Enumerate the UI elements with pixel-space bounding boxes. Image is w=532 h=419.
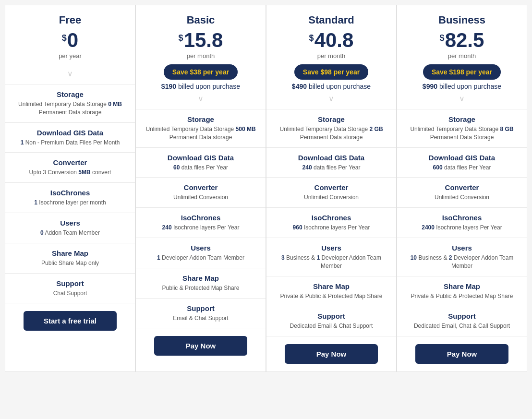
feature-title-free-3: IsoChrones [12, 189, 128, 197]
plan-footer-business: Pay Now [397, 336, 527, 371]
price-period-free: per year [10, 52, 130, 60]
feature-section-standard-6: SupportDedicated Email & Chat Support [266, 306, 396, 336]
feature-title-basic-5: Share Map [143, 274, 259, 282]
feature-desc-basic-4: 1 Developer Addon Team Member [143, 254, 259, 262]
price-period-standard: per month [271, 52, 391, 60]
price-row-free: $0 [10, 30, 130, 50]
feature-section-basic-0: StorageUnlimited Temporary Data Storage … [136, 109, 266, 148]
plan-column-basic: Basic$15.8per monthSave $38 per year$190… [135, 5, 266, 372]
price-row-standard: $40.8 [271, 30, 391, 50]
price-currency-free: $ [62, 33, 67, 43]
feature-title-free-5: Share Map [12, 249, 128, 257]
feature-desc-basic-2: Unlimited Conversion [143, 193, 259, 202]
feature-desc-business-1: 600 data files Per Year [404, 164, 520, 172]
save-badge-standard: Save $98 per year [294, 64, 368, 80]
feature-section-standard-2: ConverterUnlimited Conversion [266, 178, 396, 208]
feature-desc-business-5: Private & Public & Protected Map Share [404, 292, 520, 300]
save-badge-basic: Save $38 per year [164, 64, 238, 80]
plan-title-standard: Standard [271, 14, 391, 26]
feature-title-business-1: Download GIS Data [404, 154, 520, 162]
feature-title-standard-3: IsoChrones [273, 214, 389, 222]
feature-desc-basic-5: Public & Protected Map Share [143, 284, 259, 292]
feature-desc-business-4: 10 Business & 2 Developer Addon Team Mem… [404, 254, 520, 270]
feature-desc-business-3: 2400 Isochrone layers Per Year [404, 224, 520, 232]
plan-title-business: Business [402, 14, 522, 26]
price-currency-basic: $ [179, 33, 183, 43]
feature-section-basic-1: Download GIS Data60 data files Per Year [136, 148, 266, 178]
feature-section-standard-4: Users3 Business & 1 Developer Addon Team… [266, 238, 396, 276]
feature-section-business-0: StorageUnlimited Temporary Data Storage … [397, 109, 527, 148]
feature-section-business-1: Download GIS Data600 data files Per Year [397, 148, 527, 178]
feature-desc-standard-0: Unlimited Temporary Data Storage 2 GB Pe… [273, 125, 389, 142]
feature-desc-standard-6: Dedicated Email & Chat Support [273, 322, 389, 330]
price-amount-basic: 15.8 [184, 30, 223, 50]
action-button-standard[interactable]: Pay Now [285, 344, 378, 364]
feature-desc-free-0: Unlimited Temporary Data Storage 0 MB Pe… [12, 100, 128, 117]
plan-footer-free: Start a free trial [5, 303, 135, 338]
feature-title-basic-0: Storage [143, 115, 259, 123]
price-amount-free: 0 [67, 30, 78, 50]
feature-desc-standard-4: 3 Business & 1 Developer Addon Team Memb… [273, 254, 389, 270]
chevron-icon-free: ∨ [10, 69, 130, 78]
feature-desc-basic-0: Unlimited Temporary Data Storage 500 MB … [143, 125, 259, 142]
feature-title-business-0: Storage [404, 115, 520, 123]
feature-section-free-3: IsoChrones1 Isochrone layer per month [5, 183, 135, 213]
feature-desc-basic-1: 60 data files Per Year [143, 164, 259, 172]
feature-section-basic-2: ConverterUnlimited Conversion [136, 178, 266, 208]
feature-desc-business-2: Unlimited Conversion [404, 193, 520, 202]
feature-title-basic-4: Users [143, 244, 259, 252]
feature-title-business-3: IsoChrones [404, 214, 520, 222]
price-currency-standard: $ [309, 33, 314, 43]
feature-title-standard-5: Share Map [273, 282, 389, 290]
feature-desc-standard-3: 960 Isochrone layers Per Year [273, 224, 389, 232]
action-button-basic[interactable]: Pay Now [154, 336, 247, 356]
feature-section-business-5: Share MapPrivate & Public & Protected Ma… [397, 276, 527, 307]
feature-section-basic-3: IsoChrones240 Isochrone layers Per Year [136, 208, 266, 238]
plan-column-free: Free$0per year∨StorageUnlimited Temporar… [5, 5, 135, 372]
chevron-icon-business: ∨ [402, 94, 522, 103]
feature-section-standard-5: Share MapPrivate & Public & Protected Ma… [266, 276, 396, 307]
action-button-business[interactable]: Pay Now [415, 344, 508, 364]
feature-section-business-2: ConverterUnlimited Conversion [397, 178, 527, 208]
feature-title-basic-3: IsoChrones [143, 214, 259, 222]
feature-title-business-2: Converter [404, 183, 520, 192]
feature-section-basic-6: SupportEmail & Chat Support [136, 299, 266, 329]
chevron-icon-basic: ∨ [141, 94, 261, 103]
feature-section-free-0: StorageUnlimited Temporary Data Storage … [5, 84, 135, 123]
feature-title-free-1: Download GIS Data [12, 129, 128, 137]
feature-title-standard-2: Converter [273, 183, 389, 192]
feature-section-free-1: Download GIS Data1 Non - Premium Data Fi… [5, 123, 135, 153]
feature-desc-business-0: Unlimited Temporary Data Storage 8 GB Pe… [404, 125, 520, 142]
feature-title-business-5: Share Map [404, 282, 520, 290]
plan-title-free: Free [10, 14, 130, 26]
feature-title-standard-0: Storage [273, 115, 389, 123]
feature-desc-free-2: Upto 3 Conversion 5MB convert [12, 168, 128, 177]
plan-header-basic: Basic$15.8per monthSave $38 per year$190… [136, 5, 266, 109]
feature-section-free-2: ConverterUpto 3 Conversion 5MB convert [5, 153, 135, 183]
feature-section-free-6: SupportChat Support [5, 274, 135, 304]
pricing-table: Free$0per year∨StorageUnlimited Temporar… [5, 5, 527, 372]
feature-desc-basic-3: 240 Isochrone layers Per Year [143, 224, 259, 232]
plan-header-standard: Standard$40.8per monthSave $98 per year$… [266, 5, 396, 109]
plan-header-business: Business$82.5per monthSave $198 per year… [397, 5, 527, 109]
plan-footer-basic: Pay Now [136, 328, 266, 363]
feature-section-business-3: IsoChrones2400 Isochrone layers Per Year [397, 208, 527, 238]
feature-title-free-4: Users [12, 219, 128, 227]
feature-desc-free-1: 1 Non - Premium Data Files Per Month [12, 139, 128, 147]
feature-desc-basic-6: Email & Chat Support [143, 314, 259, 323]
action-button-free[interactable]: Start a free trial [24, 311, 117, 331]
feature-desc-free-3: 1 Isochrone layer per month [12, 199, 128, 207]
feature-section-standard-0: StorageUnlimited Temporary Data Storage … [266, 109, 396, 148]
feature-section-business-4: Users10 Business & 2 Developer Addon Tea… [397, 238, 527, 276]
price-period-business: per month [402, 52, 522, 60]
save-badge-business: Save $198 per year [423, 64, 501, 80]
feature-title-free-0: Storage [12, 90, 128, 98]
feature-section-basic-5: Share MapPublic & Protected Map Share [136, 268, 266, 299]
feature-desc-business-6: Dedicated Email, Chat & Call Support [404, 322, 520, 330]
feature-desc-standard-2: Unlimited Conversion [273, 193, 389, 202]
chevron-icon-standard: ∨ [271, 94, 391, 103]
feature-section-business-6: SupportDedicated Email, Chat & Call Supp… [397, 306, 527, 336]
billed-text-standard: $490 billed upon purchase [271, 83, 391, 90]
feature-section-standard-3: IsoChrones960 Isochrone layers Per Year [266, 208, 396, 238]
feature-desc-standard-5: Private & Public & Protected Map Share [273, 292, 389, 300]
